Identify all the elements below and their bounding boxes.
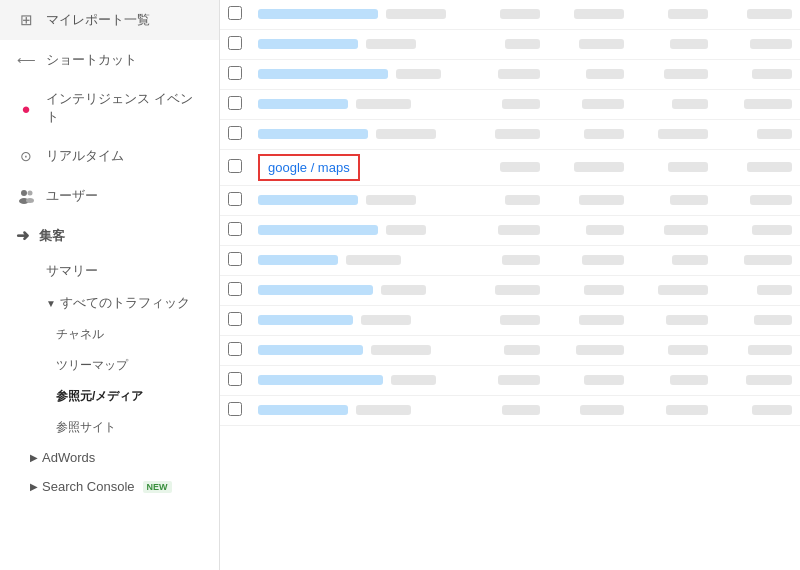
blurred-data [754,315,792,325]
sidebar-item-my-reports[interactable]: ⊞ マイレポート一覧 [0,0,219,40]
blurred-data [670,375,708,385]
blurred-data [752,405,792,415]
sidebar-item-adwords[interactable]: ▶ AdWords [0,443,219,472]
blurred-data [579,195,624,205]
row-checkbox[interactable] [228,192,242,206]
row-checkbox-cell[interactable] [220,150,250,186]
blurred-link [258,129,368,139]
blurred-data [744,99,792,109]
sidebar-item-search-console[interactable]: ▶ Search Console NEW [0,472,219,501]
row-checkbox[interactable] [228,282,242,296]
table-row [220,276,800,306]
row-link-cell [250,120,464,150]
blurred-data [500,9,540,19]
blurred-data [747,162,792,172]
row-checkbox-cell[interactable] [220,120,250,150]
blurred-data [502,99,540,109]
row-checkbox-cell[interactable] [220,336,250,366]
sidebar-item-realtime[interactable]: ⊙ リアルタイム [0,136,219,176]
row-checkbox-cell[interactable] [220,0,250,30]
row-checkbox-cell[interactable] [220,276,250,306]
expand-arrow: ▼ [46,298,56,309]
table-row [220,120,800,150]
blurred-data [582,255,624,265]
blurred-data [586,225,624,235]
row-checkbox[interactable] [228,312,242,326]
adwords-expand-icon: ▶ [30,452,38,463]
blurred-link [258,375,383,385]
sidebar-item-referrer-media[interactable]: 参照元/メディア [0,381,219,412]
shortcuts-icon: ⟵ [16,50,36,70]
row-checkbox-cell[interactable] [220,246,250,276]
row-checkbox-cell[interactable] [220,90,250,120]
sidebar-item-acquisition[interactable]: ➜ 集客 [0,216,219,255]
row-checkbox[interactable] [228,342,242,356]
table-row [220,60,800,90]
sidebar-label-intelligence: インテリジェンス イベント [46,90,203,126]
table-row [220,306,800,336]
row-checkbox-cell[interactable] [220,216,250,246]
row-checkbox[interactable] [228,36,242,50]
blurred-data [668,162,708,172]
users-icon [16,186,36,206]
row-checkbox[interactable] [228,402,242,416]
row-checkbox-cell[interactable] [220,186,250,216]
sidebar-item-users[interactable]: ユーザー [0,176,219,216]
sidebar-label-channels: チャネル [56,327,104,341]
blurred-link-2 [386,225,426,235]
blurred-data [495,129,540,139]
row-checkbox-cell[interactable] [220,306,250,336]
sidebar-item-summary[interactable]: サマリー [0,255,219,287]
sidebar-item-all-traffic[interactable]: ▼ すべてのトラフィック [0,287,219,319]
blurred-link-2 [386,9,446,19]
row-checkbox-cell[interactable] [220,366,250,396]
row-checkbox[interactable] [228,252,242,266]
table-row [220,396,800,426]
blurred-link-2 [346,255,401,265]
blurred-data [574,162,624,172]
blurred-data [672,255,708,265]
row-link-cell [250,366,464,396]
row-checkbox-cell[interactable] [220,396,250,426]
row-checkbox[interactable] [228,6,242,20]
sidebar-item-treemap[interactable]: ツリーマップ [0,350,219,381]
blurred-data [746,375,792,385]
row-checkbox[interactable] [228,126,242,140]
sidebar-item-channels[interactable]: チャネル [0,319,219,350]
table-row [220,336,800,366]
row-link-cell [250,276,464,306]
row-checkbox[interactable] [228,372,242,386]
row-checkbox[interactable] [228,159,242,173]
blurred-data [670,195,708,205]
sidebar-item-intelligence[interactable]: ● インテリジェンス イベント [0,80,219,136]
row-checkbox-cell[interactable] [220,30,250,60]
sidebar-label-referrer-sites: 参照サイト [56,420,116,434]
sidebar-label-acquisition: 集客 [39,227,65,245]
row-checkbox[interactable] [228,96,242,110]
blurred-data [750,195,792,205]
blurred-data [504,345,540,355]
row-link-cell [250,90,464,120]
sidebar: ⊞ マイレポート一覧 ⟵ ショートカット ● インテリジェンス イベント ⊙ リ… [0,0,220,570]
sidebar-item-referrer-sites[interactable]: 参照サイト [0,412,219,443]
sidebar-item-shortcuts[interactable]: ⟵ ショートカット [0,40,219,80]
table-area: google / maps [220,0,800,570]
row-data-2 [548,0,632,30]
blurred-link [258,9,378,19]
row-checkbox-cell[interactable] [220,60,250,90]
blurred-data [498,69,540,79]
blurred-link-2 [391,375,436,385]
row-checkbox[interactable] [228,66,242,80]
blurred-data [752,225,792,235]
blurred-data [664,69,708,79]
sidebar-label-shortcuts: ショートカット [46,51,137,69]
blurred-data [584,375,624,385]
blurred-data [498,375,540,385]
row-checkbox[interactable] [228,222,242,236]
row-link-cell [250,186,464,216]
blurred-data [748,345,792,355]
blurred-data [668,345,708,355]
row-link-cell [250,0,464,30]
google-maps-link[interactable]: google / maps [268,160,350,175]
row-highlighted-link-cell: google / maps [250,150,464,186]
